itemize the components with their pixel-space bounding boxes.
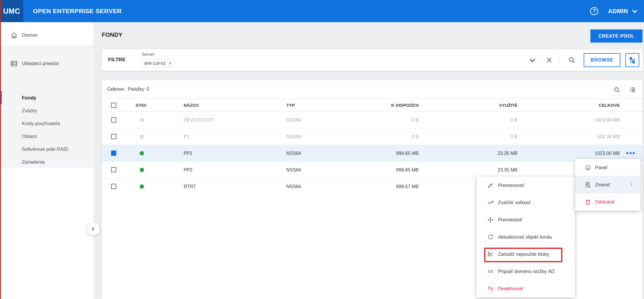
pool-total: 1023.98 MB [561, 112, 620, 128]
menu-item-update-pool-object[interactable]: Aktualizovať objekt fondu [477, 228, 575, 246]
pool-available: 999.65 MB [360, 145, 419, 161]
divider [625, 84, 625, 96]
umc-logo[interactable]: UMC [0, 0, 23, 22]
column-header[interactable]: CELKOVE [561, 99, 620, 111]
filter-bar: FILTRE Server blr8-119-52 BROWSE [102, 49, 643, 71]
storage-icon [10, 60, 18, 67]
link-icon [487, 268, 494, 275]
pool-available: 0 B [360, 112, 419, 128]
menu-item-discard-unused-blocks[interactable]: Zahodiť nepoužité bloky [477, 246, 575, 263]
sidebar-item-raid[interactable]: Softvérové pole RAID [0, 143, 93, 155]
filter-clear-icon[interactable] [545, 56, 553, 64]
pool-used: 23.35 MB [459, 162, 517, 178]
column-header[interactable]: VYUŽITÉ [459, 99, 517, 111]
column-header[interactable]: K DISPOZÍCII [360, 99, 419, 111]
sidebar-item-kvoty[interactable]: Kvóty používateľa [0, 117, 93, 130]
more-horiz-icon[interactable] [626, 150, 636, 156]
pool-available: 999.57 MB [360, 178, 419, 195]
top-bar: UMC OPEN ENTERPRISE SERVER ADMIN [0, 0, 644, 22]
filter-expand-chevron-icon[interactable] [528, 56, 536, 64]
pool-context-menu: Premenovať Zväčšiť veľkosť Premiestniť A… [477, 177, 575, 297]
select-all-checkbox[interactable] [111, 103, 116, 108]
browse-button[interactable]: BROWSE [584, 53, 620, 67]
table-row[interactable]: PP2 NSS64 999.65 MB 23.35 MB [102, 162, 643, 178]
admin-label: ADMIN [608, 8, 628, 15]
pool-name[interactable]: PP1 [184, 145, 192, 161]
pencil-icon [487, 182, 494, 189]
items-count: Celkove : Položky: 5 [107, 87, 149, 92]
sidebar-item-zariadenia[interactable]: Zariadenia [0, 155, 93, 168]
trending-up-icon [487, 199, 494, 206]
sidebar-item-zvazky[interactable]: Zväzky [0, 104, 93, 117]
status-dot [140, 118, 144, 122]
chip-remove-icon[interactable] [168, 61, 172, 65]
sidebar-item-label: Domov [22, 32, 38, 38]
pool-type: NSS64 [286, 128, 301, 145]
menu-item-change[interactable]: Zmeniť [575, 176, 640, 193]
pool-name[interactable]: PP2 [184, 162, 192, 178]
table-row[interactable]: DEVICEYCOT NSS64 0 B 0 B 1023.98 MB [102, 112, 643, 128]
row-checkbox[interactable] [111, 167, 116, 172]
app-title: OPEN ENTERPRISE SERVER [33, 0, 122, 22]
sidebar-item-label: Ukladací priestor [22, 61, 59, 67]
menu-item-panel[interactable]: Panel [575, 159, 640, 176]
status-dot [140, 184, 144, 189]
search-icon[interactable] [568, 56, 575, 64]
pool-available: 999.65 MB [360, 162, 419, 178]
sidebar-item-storage[interactable]: Ukladací priestor [0, 55, 93, 72]
chevron-right-icon [629, 182, 634, 188]
row-checkbox[interactable] [111, 117, 116, 123]
menu-item-increase-size[interactable]: Zväčšiť veľkosť [477, 194, 575, 211]
pool-used: 0 B [459, 112, 517, 128]
trash-icon [585, 199, 591, 205]
screen-edge-marker [0, 0, 1, 299]
menu-item-delete[interactable]: Odstrániť [575, 193, 640, 211]
table-row-selected[interactable]: PP1 NSS64 999.65 MB 23.35 MB 1023.00 MB [102, 145, 643, 162]
create-pool-button[interactable]: CREATE POOL [590, 29, 643, 43]
menu-item-move[interactable]: Premiestniť [477, 211, 575, 228]
admin-menu[interactable]: ADMIN [608, 0, 638, 22]
column-header[interactable]: STAV [136, 99, 147, 111]
umc-app: UMC OPEN ENTERPRISE SERVER ADMIN Domov U… [0, 0, 644, 299]
row-checkbox[interactable] [111, 134, 116, 139]
chevron-left-icon [90, 226, 96, 232]
pool-name[interactable]: P1 [184, 128, 189, 145]
pool-type: NSS64 [286, 178, 301, 195]
pool-submenu: Panel Zmeniť Odstrániť [575, 159, 640, 211]
pool-name[interactable]: DEVICEYCOT [184, 112, 214, 128]
row-checkbox[interactable] [111, 184, 116, 189]
filter-field-label: Server [142, 52, 155, 57]
pool-type: NSS64 [286, 162, 301, 178]
chip-label: blr8-119-52 [144, 61, 166, 66]
sidebar-collapse-button[interactable] [87, 223, 100, 235]
server-filter-chip[interactable]: blr8-119-52 [141, 59, 176, 67]
column-header[interactable]: TYP [286, 99, 295, 111]
pool-name[interactable]: RTRT [184, 178, 196, 195]
sidebar-item-oblasti[interactable]: Oblasti [0, 130, 93, 143]
pool-type: NSS64 [286, 145, 301, 161]
pool-total: 102.38 MB [561, 128, 620, 145]
column-header[interactable]: NÁZOV [184, 99, 199, 111]
search-icon[interactable] [613, 86, 620, 93]
chevron-down-icon [631, 7, 638, 15]
list-filter-icon[interactable] [629, 86, 636, 93]
table-header-row: STAV NÁZOV TYP K DISPOZÍCII VYUŽITÉ CELK… [102, 99, 643, 112]
table-row[interactable]: P1 NSS64 0 B 0 B 102.38 MB [102, 128, 643, 145]
sidebar: Domov Ukladací priestor Fondy Zväzky Kvó… [0, 22, 93, 299]
edit-doc-icon [585, 181, 591, 188]
row-checkbox[interactable] [111, 151, 116, 156]
tree-hierarchy-icon[interactable] [625, 53, 639, 67]
scissors-icon [487, 251, 494, 258]
status-dot [140, 151, 144, 155]
filter-label: FILTRE [108, 57, 126, 63]
pool-type: NSS64 [286, 112, 301, 128]
sidebar-item-fondy[interactable]: Fondy [0, 91, 93, 104]
menu-item-join-ad-domain[interactable]: Pripojiť doménu služby AD [477, 263, 575, 280]
refresh-icon [487, 234, 494, 240]
menu-item-rename[interactable]: Premenovať [477, 177, 575, 194]
sidebar-item-home[interactable]: Domov [0, 27, 93, 43]
status-dot [140, 134, 144, 139]
help-icon[interactable] [589, 6, 599, 16]
menu-item-deactivate[interactable]: Deaktivovať [477, 280, 575, 297]
table-toolbar: Celkove : Položky: 5 [102, 80, 643, 99]
